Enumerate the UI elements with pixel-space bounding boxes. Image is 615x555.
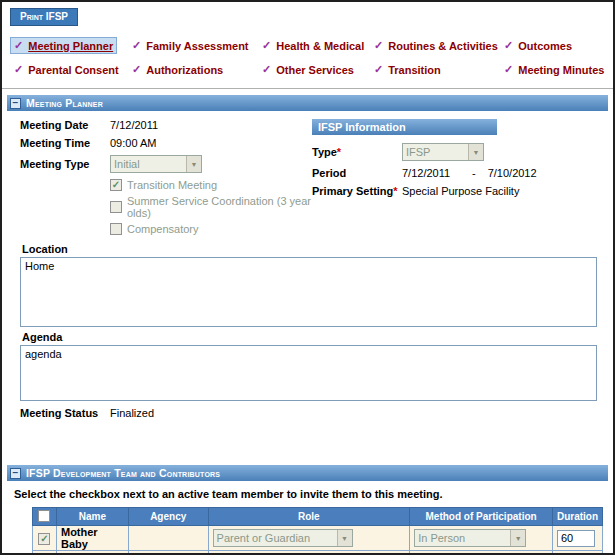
member-checkbox[interactable]: ✓ [38,533,50,545]
section-title: IFSP Development Team and Contributors [26,467,220,479]
ifsp-information-header: IFSP Information [312,119,497,135]
period-start-value: 7/12/2011 [402,167,472,179]
role-select[interactable]: Parent or Guardian▼ [213,529,353,547]
period-label: Period [312,167,402,179]
meeting-status-value: Finalized [110,407,154,419]
check-icon: ✓ [132,39,141,52]
meeting-time-value: 09:00 AM [110,137,156,149]
meeting-type-select[interactable]: Initial ▼ [110,155,202,173]
agenda-textarea[interactable]: agenda [20,345,597,401]
ifsp-type-value: IFSP [406,146,430,158]
table-row: ✓ Good Provider Payee Name Evaluator▼ Vi… [33,551,603,555]
table-header-row: Name Agency Role Method of Participation… [33,508,603,526]
tab-label: Transition [388,64,441,76]
tab-health-medical[interactable]: ✓ Health & Medical [258,37,368,54]
tab-label: Health & Medical [276,40,364,52]
tab-parental-consent[interactable]: ✓ Parental Consent [10,61,123,78]
tab-label: Outcomes [518,40,572,52]
agenda-label: Agenda [22,331,605,343]
chevron-down-icon: ▼ [186,156,201,172]
type-label: Type* [312,146,402,158]
method-select[interactable]: In Person▼ [414,529,526,547]
method-value: In Person [418,532,465,544]
column-header-name: Name [56,508,128,526]
check-icon: ✓ [504,63,513,76]
ifsp-window: Print IFSP ✓ Meeting Planner ✓ Family As… [0,0,615,555]
summer-service-option: Summer Service Coordination (3 year olds… [110,195,312,219]
member-name: Mother Baby [56,526,128,551]
chevron-down-icon: ▼ [468,144,483,160]
meeting-date-value: 7/12/2011 [110,119,158,131]
location-textarea[interactable]: Home [20,257,597,327]
compensatory-checkbox[interactable] [110,223,122,235]
compensatory-option: Compensatory [110,223,312,235]
meeting-planner-section-header: − Meeting Planner [7,95,608,111]
check-icon: ✓ [262,39,271,52]
transition-meeting-option: ✓ Transition Meeting [110,179,312,191]
period-separator: - [472,167,476,179]
tab-label: Other Services [276,64,354,76]
meeting-type-label: Meeting Type [20,158,110,170]
checkbox-label: Transition Meeting [127,179,217,191]
team-section-header: − IFSP Development Team and Contributors [7,465,608,481]
tab-label: Authorizations [146,64,223,76]
meeting-planner-body: Meeting Date 7/12/2011 Meeting Time 09:0… [2,111,613,425]
tab-meeting-planner[interactable]: ✓ Meeting Planner [10,37,117,54]
check-icon: ✓ [504,39,513,52]
member-agency [128,526,208,551]
team-body: Select the checkbox next to an active te… [2,481,613,555]
member-name: Good Provider [56,551,128,555]
checkbox-label: Compensatory [127,223,199,235]
check-icon: ✓ [132,63,141,76]
chevron-down-icon: ▼ [337,530,352,546]
required-marker: * [393,185,397,197]
check-icon: ✓ [14,63,23,76]
check-icon: ✓ [262,63,271,76]
check-icon: ✓ [374,39,383,52]
column-header-duration: Duration [552,508,602,526]
ifsp-type-select[interactable]: IFSP ▼ [402,143,484,161]
tab-family-assessment[interactable]: ✓ Family Assessment [128,37,253,54]
tab-label: Meeting Planner [28,40,113,52]
tab-label: Meeting Minutes [518,64,604,76]
required-marker: * [337,146,341,158]
collapse-icon[interactable]: − [10,98,21,109]
tab-meeting-minutes[interactable]: ✓ Meeting Minutes [500,61,608,78]
chevron-down-icon: ▼ [510,530,525,546]
tab-outcomes[interactable]: ✓ Outcomes [500,37,576,54]
checkbox-label: Summer Service Coordination (3 year olds… [127,195,312,219]
primary-setting-label: Primary Setting* [312,185,402,197]
column-header-method: Method of Participation [410,508,553,526]
period-end-value: 7/10/2012 [488,167,537,179]
team-instruction: Select the checkbox next to an active te… [14,488,603,500]
tab-routines-activities[interactable]: ✓ Routines & Activities [370,37,502,54]
tab-label: Family Assessment [146,40,248,52]
summer-service-checkbox[interactable] [110,201,122,213]
column-header-role: Role [208,508,410,526]
team-table: Name Agency Role Method of Participation… [32,507,603,555]
transition-meeting-checkbox[interactable]: ✓ [110,179,122,191]
tab-label: Parental Consent [28,64,118,76]
role-value: Parent or Guardian [217,532,311,544]
tab-other-services[interactable]: ✓ Other Services [258,61,358,78]
member-agency: Payee Name [128,551,208,555]
select-all-checkbox[interactable] [38,510,50,522]
meeting-date-label: Meeting Date [20,119,110,131]
tab-transition[interactable]: ✓ Transition [370,61,445,78]
meeting-status-label: Meeting Status [20,407,110,419]
check-icon: ✓ [14,39,23,52]
check-icon: ✓ [374,63,383,76]
duration-input[interactable] [557,530,595,547]
meeting-time-label: Meeting Time [20,137,110,149]
ifsp-information-panel: IFSP Information Type* IFSP ▼ Period 7/1… [312,119,605,239]
collapse-icon[interactable]: − [10,468,21,479]
toolbar: Print IFSP [2,2,613,31]
print-ifsp-button[interactable]: Print IFSP [10,8,78,26]
planner-left-column: Meeting Date 7/12/2011 Meeting Time 09:0… [12,119,312,239]
primary-setting-value: Special Purpose Facility [402,185,519,197]
section-nav: ✓ Meeting Planner ✓ Family Assessment ✓ … [2,31,613,89]
table-row: ✓ Mother Baby Parent or Guardian▼ In Per… [33,526,603,551]
location-label: Location [22,243,605,255]
column-header-agency: Agency [128,508,208,526]
tab-authorizations[interactable]: ✓ Authorizations [128,61,227,78]
